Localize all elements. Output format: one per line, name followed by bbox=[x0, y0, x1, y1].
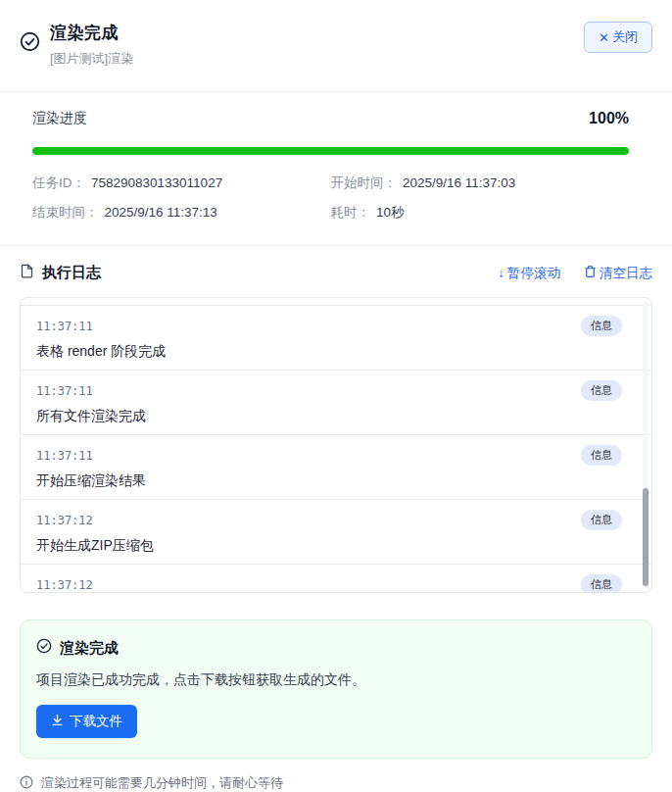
log-timestamp: 11:37:11 bbox=[36, 384, 93, 398]
progress-bar bbox=[32, 147, 629, 155]
footer-note: 渲染过程可能需要几分钟时间，请耐心等待 bbox=[0, 759, 672, 792]
progress-section: 渲染进度 100% 任务ID：758290830133011027 开始时间：2… bbox=[0, 92, 672, 222]
log-message: 开始生成ZIP压缩包 bbox=[36, 537, 636, 555]
log-message: 表格 render 阶段完成 bbox=[36, 343, 636, 361]
clear-log-button[interactable]: 清空日志 bbox=[584, 265, 652, 282]
log-level-badge: 信息 bbox=[581, 380, 622, 401]
success-description: 项目渲染已成功完成，点击下载按钮获取生成的文件。 bbox=[36, 671, 636, 689]
log-message: 开始压缩渲染结果 bbox=[36, 472, 636, 490]
elapsed-field: 耗时：10秒 bbox=[331, 204, 630, 222]
progress-percent: 100% bbox=[589, 110, 629, 127]
check-circle-icon bbox=[36, 638, 52, 658]
footer-note-text: 渲染过程可能需要几分钟时间，请耐心等待 bbox=[41, 774, 283, 792]
log-partial-row bbox=[21, 298, 651, 305]
pause-scroll-button[interactable]: ↓暂停滚动 bbox=[498, 265, 560, 282]
log-timestamp: 11:37:11 bbox=[36, 449, 93, 463]
end-time-field: 结束时间：2025/9/16 11:37:13 bbox=[32, 204, 331, 222]
page-subtitle: [图片测试]渲染 bbox=[50, 50, 133, 68]
render-complete-dialog: 渲染完成 [图片测试]渲染 ✕关闭 渲染进度 100% 任务ID：7582908… bbox=[0, 0, 672, 792]
task-info-grid: 任务ID：758290830133011027 开始时间：2025/9/16 1… bbox=[32, 174, 629, 222]
log-entry: 11:37:11 信息 所有文件渲染完成 bbox=[21, 370, 651, 434]
log-level-badge: 信息 bbox=[581, 316, 622, 336]
log-timestamp: 11:37:11 bbox=[36, 320, 93, 333]
page-title: 渲染完成 bbox=[50, 22, 133, 44]
close-icon: ✕ bbox=[599, 30, 609, 45]
log-timestamp: 11:37:12 bbox=[36, 514, 93, 527]
log-message: 所有文件渲染完成 bbox=[36, 408, 636, 425]
log-entry: 11:37:11 信息 表格 render 阶段完成 bbox=[21, 305, 651, 370]
progress-bar-fill bbox=[32, 147, 629, 155]
info-icon bbox=[20, 775, 33, 792]
log-header: 执行日志 ↓暂停滚动 清空日志 bbox=[0, 246, 672, 297]
log-entry: 11:37:12 信息 ZIP压缩包生成完成，文件ID: 75829087244… bbox=[21, 564, 651, 593]
download-icon bbox=[51, 714, 64, 729]
log-title: 执行日志 bbox=[42, 264, 101, 282]
check-circle-icon bbox=[20, 31, 40, 56]
success-title: 渲染完成 bbox=[60, 639, 119, 658]
trash-icon bbox=[584, 265, 597, 281]
success-panel: 渲染完成 项目渲染已成功完成，点击下载按钮获取生成的文件。 下载文件 bbox=[20, 619, 652, 759]
log-entry: 11:37:12 信息 开始生成ZIP压缩包 bbox=[21, 499, 651, 564]
arrow-down-icon: ↓ bbox=[498, 266, 504, 280]
header: 渲染完成 [图片测试]渲染 ✕关闭 bbox=[0, 0, 672, 68]
log-level-badge: 信息 bbox=[581, 574, 622, 593]
document-icon bbox=[20, 263, 34, 283]
log-scrollbar-thumb[interactable] bbox=[643, 488, 648, 586]
task-id-field: 任务ID：758290830133011027 bbox=[32, 174, 331, 192]
log-list[interactable]: 11:37:11 信息 表格 render 阶段完成 11:37:11 信息 所… bbox=[20, 297, 652, 593]
download-button-label: 下载文件 bbox=[70, 713, 122, 730]
close-button-label: 关闭 bbox=[612, 28, 638, 46]
progress-label: 渲染进度 bbox=[32, 110, 87, 127]
download-button[interactable]: 下载文件 bbox=[36, 705, 137, 738]
log-level-badge: 信息 bbox=[581, 445, 622, 466]
log-entry: 11:37:11 信息 开始压缩渲染结果 bbox=[21, 434, 651, 499]
close-button[interactable]: ✕关闭 bbox=[584, 22, 652, 53]
log-timestamp: 11:37:12 bbox=[36, 578, 93, 592]
log-level-badge: 信息 bbox=[581, 510, 622, 530]
start-time-field: 开始时间：2025/9/16 11:37:03 bbox=[331, 174, 630, 192]
